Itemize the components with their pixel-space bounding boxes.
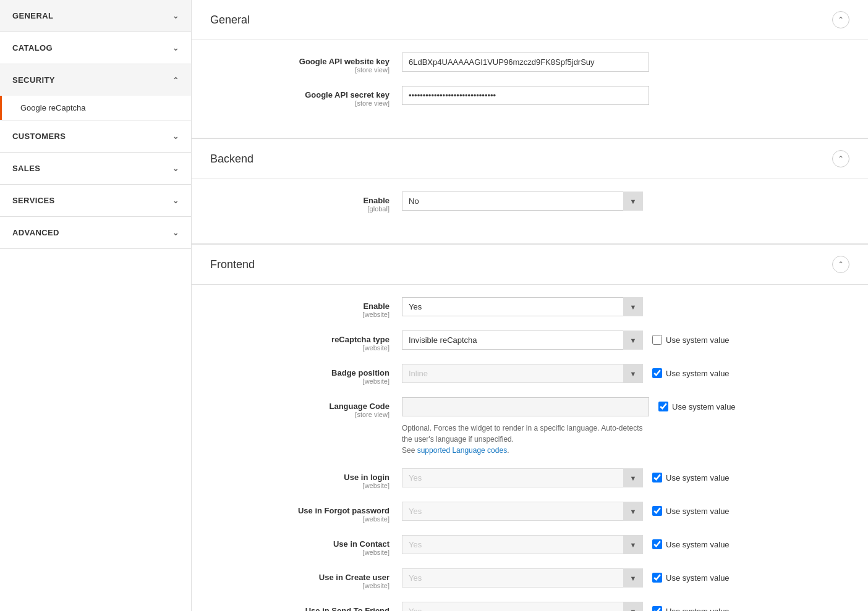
backend-enable-control: No Yes ▼ xyxy=(402,192,849,211)
language-code-row: Language Code [store view] Optional. For… xyxy=(210,397,849,456)
language-code-use-system-text: Use system value xyxy=(672,402,736,411)
use-in-forgot-password-scope: [website] xyxy=(210,515,389,523)
general-section-title: General xyxy=(210,14,250,27)
backend-enable-label: Enable [global] xyxy=(210,192,402,213)
frontend-enable-label: Enable [website] xyxy=(210,297,402,318)
badge-position-use-system-checkbox[interactable] xyxy=(652,368,662,378)
general-section: General ⌃ Google API website key [store … xyxy=(192,0,868,138)
google-api-website-key-row: Google API website key [store view] xyxy=(210,53,849,74)
language-code-use-system-checkbox[interactable] xyxy=(658,402,668,411)
use-in-send-to-friend-select[interactable]: Yes No xyxy=(402,602,643,611)
backend-collapse-button[interactable]: ⌃ xyxy=(832,150,849,167)
sidebar-item-services-header[interactable]: SERVICES ⌄ xyxy=(0,185,191,216)
backend-enable-select-wrap: No Yes ▼ xyxy=(402,192,643,211)
backend-section-title: Backend xyxy=(210,153,253,166)
use-in-send-to-friend-label: Use in Send To Friend [website] xyxy=(210,602,402,611)
language-code-use-system-label: Use system value xyxy=(658,397,736,411)
use-in-forgot-password-control: Yes No ▼ Use system value xyxy=(402,502,849,521)
chevron-up-icon: ⌃ xyxy=(172,76,179,85)
sidebar-item-sales[interactable]: SALES ⌄ xyxy=(0,153,191,185)
backend-enable-row: Enable [global] No Yes ▼ xyxy=(210,192,849,213)
recaptcha-type-label: reCaptcha type [website] xyxy=(210,331,402,352)
use-in-create-user-control: Yes No ▼ Use system value xyxy=(402,568,849,588)
sidebar-subitem-google-recaptcha[interactable]: Google reCaptcha xyxy=(0,96,191,120)
backend-section-body: Enable [global] No Yes ▼ xyxy=(192,179,868,243)
sidebar-item-customers-header[interactable]: CUSTOMERS ⌄ xyxy=(0,120,191,152)
chevron-down-icon: ⌄ xyxy=(172,164,179,173)
sidebar-item-advanced-label: ADVANCED xyxy=(12,228,59,237)
frontend-enable-select[interactable]: Yes No xyxy=(402,297,643,316)
backend-enable-scope: [global] xyxy=(210,205,389,213)
general-section-header: General ⌃ xyxy=(192,0,868,40)
general-collapse-button[interactable]: ⌃ xyxy=(832,11,849,28)
google-api-secret-key-row: Google API secret key [store view] xyxy=(210,86,849,107)
sidebar-item-services-label: SERVICES xyxy=(12,196,55,205)
badge-position-select[interactable]: Inline Bottom Right Bottom Left xyxy=(402,364,643,383)
sidebar-item-customers[interactable]: CUSTOMERS ⌄ xyxy=(0,120,191,153)
frontend-section-title: Frontend xyxy=(210,258,255,271)
use-in-login-use-system-checkbox[interactable] xyxy=(652,473,662,482)
use-in-forgot-password-row: Use in Forgot password [website] Yes No … xyxy=(210,502,849,523)
backend-enable-select[interactable]: No Yes xyxy=(402,192,643,211)
use-in-create-user-use-system-text: Use system value xyxy=(666,573,730,583)
sidebar-item-security-label: SECURITY xyxy=(12,75,55,85)
use-in-create-user-scope: [website] xyxy=(210,582,389,589)
backend-section-header: Backend ⌃ xyxy=(192,139,868,179)
use-in-forgot-password-use-system-checkbox[interactable] xyxy=(652,506,662,516)
backend-section: Backend ⌃ Enable [global] No Yes ▼ xyxy=(192,139,868,244)
badge-position-use-system-label: Use system value xyxy=(652,364,730,378)
google-api-website-key-scope: [store view] xyxy=(210,66,389,74)
sidebar-item-general[interactable]: GENERAL ⌄ xyxy=(0,0,191,32)
sidebar-item-security[interactable]: SECURITY ⌃ Google reCaptcha xyxy=(0,64,191,120)
chevron-down-icon: ⌄ xyxy=(172,132,179,141)
use-in-forgot-password-select-wrap: Yes No ▼ xyxy=(402,502,643,521)
language-code-col: Optional. Forces the widget to render in… xyxy=(402,397,649,456)
frontend-collapse-button[interactable]: ⌃ xyxy=(832,256,849,273)
google-api-secret-key-input[interactable] xyxy=(402,86,649,105)
recaptcha-type-use-system-checkbox[interactable] xyxy=(652,335,662,345)
use-in-create-user-select-wrap: Yes No ▼ xyxy=(402,568,643,588)
google-api-secret-key-label: Google API secret key [store view] xyxy=(210,86,402,107)
frontend-section-body: Enable [website] Yes No ▼ reCaptch xyxy=(192,285,868,611)
sidebar-item-services[interactable]: SERVICES ⌄ xyxy=(0,185,191,217)
language-code-link[interactable]: supported Language codes xyxy=(417,446,507,455)
frontend-enable-control: Yes No ▼ xyxy=(402,297,849,316)
recaptcha-type-select[interactable]: Invisible reCaptcha reCaptcha v2 reCaptc… xyxy=(402,331,643,350)
sidebar-item-advanced[interactable]: ADVANCED ⌄ xyxy=(0,217,191,249)
sidebar-item-sales-header[interactable]: SALES ⌄ xyxy=(0,153,191,184)
use-in-contact-use-system-checkbox[interactable] xyxy=(652,539,662,549)
language-code-scope: [store view] xyxy=(210,411,389,418)
language-code-input[interactable] xyxy=(402,397,649,416)
use-in-contact-use-system-text: Use system value xyxy=(666,540,730,549)
recaptcha-type-use-system-label: Use system value xyxy=(652,331,730,345)
recaptcha-type-scope: [website] xyxy=(210,344,389,352)
use-in-contact-label: Use in Contact [website] xyxy=(210,535,402,556)
use-in-login-use-system-label: Use system value xyxy=(652,468,730,482)
sidebar-item-general-header[interactable]: GENERAL ⌄ xyxy=(0,0,191,32)
general-section-body: Google API website key [store view] Goog… xyxy=(192,40,868,138)
use-in-forgot-password-use-system-text: Use system value xyxy=(666,507,730,516)
use-in-send-to-friend-use-system-text: Use system value xyxy=(666,607,730,612)
use-in-login-use-system-text: Use system value xyxy=(666,473,730,482)
use-in-forgot-password-select[interactable]: Yes No xyxy=(402,502,643,521)
use-in-login-select[interactable]: Yes No xyxy=(402,468,643,487)
frontend-enable-scope: [website] xyxy=(210,311,389,318)
sidebar-item-security-header[interactable]: SECURITY ⌃ xyxy=(0,64,191,96)
use-in-contact-select[interactable]: Yes No xyxy=(402,535,643,554)
use-in-create-user-label: Use in Create user [website] xyxy=(210,568,402,589)
use-in-contact-select-wrap: Yes No ▼ xyxy=(402,535,643,554)
use-in-create-user-select[interactable]: Yes No xyxy=(402,568,643,588)
frontend-enable-row: Enable [website] Yes No ▼ xyxy=(210,297,849,318)
chevron-down-icon: ⌄ xyxy=(172,12,179,20)
google-api-website-key-input[interactable] xyxy=(402,53,649,72)
google-api-secret-key-scope: [store view] xyxy=(210,99,389,107)
use-in-create-user-use-system-checkbox[interactable] xyxy=(652,573,662,583)
use-in-send-to-friend-use-system-checkbox[interactable] xyxy=(652,606,662,611)
sidebar-item-catalog-header[interactable]: CATALOG ⌄ xyxy=(0,32,191,64)
main-content: General ⌃ Google API website key [store … xyxy=(192,0,868,611)
sidebar-item-customers-label: CUSTOMERS xyxy=(12,132,66,141)
badge-position-row: Badge position [website] Inline Bottom R… xyxy=(210,364,849,385)
badge-position-select-wrap: Inline Bottom Right Bottom Left ▼ xyxy=(402,364,643,383)
sidebar-item-catalog[interactable]: CATALOG ⌄ xyxy=(0,32,191,64)
sidebar-item-advanced-header[interactable]: ADVANCED ⌄ xyxy=(0,217,191,248)
